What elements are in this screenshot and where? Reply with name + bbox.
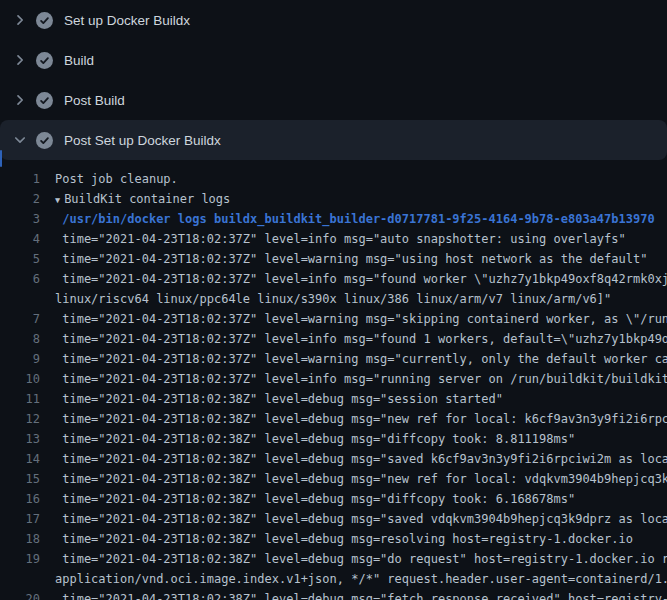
log-line-text: time="2021-04-23T18:02:37Z" level=info m… xyxy=(55,229,626,249)
log-line-text: Post job cleanup. xyxy=(55,169,178,189)
log-line-number[interactable]: 2 xyxy=(0,189,40,209)
log-line-number[interactable]: 6 xyxy=(0,269,40,289)
log-line: 12 time="2021-04-23T18:02:38Z" level=deb… xyxy=(0,409,667,429)
log-line-number[interactable]: 11 xyxy=(0,389,40,409)
log-line-number[interactable]: 3 xyxy=(0,209,40,229)
log-line: 1Post job cleanup. xyxy=(0,169,667,189)
log-line: 7 time="2021-04-23T18:02:37Z" level=warn… xyxy=(0,309,667,329)
log-line-text: time="2021-04-23T18:02:38Z" level=debug … xyxy=(55,469,667,489)
log-line: 11 time="2021-04-23T18:02:38Z" level=deb… xyxy=(0,389,667,409)
check-circle-icon xyxy=(36,12,53,29)
log-line: 4 time="2021-04-23T18:02:37Z" level=info… xyxy=(0,229,667,249)
log-line: 16 time="2021-04-23T18:02:38Z" level=deb… xyxy=(0,489,667,509)
log-line-text: time="2021-04-23T18:02:37Z" level=info m… xyxy=(55,269,667,289)
log-line: 14 time="2021-04-23T18:02:38Z" level=deb… xyxy=(0,449,667,469)
log-line-number[interactable]: 20 xyxy=(0,589,40,600)
log-line: 5 time="2021-04-23T18:02:37Z" level=warn… xyxy=(0,249,667,269)
log-line-text: time="2021-04-23T18:02:37Z" level=info m… xyxy=(55,369,667,389)
log-line-text: time="2021-04-23T18:02:38Z" level=debug … xyxy=(55,489,575,509)
log-pane: 1Post job cleanup.2▼BuildKit container l… xyxy=(0,169,667,600)
log-line: 3 /usr/bin/docker logs buildx_buildkit_b… xyxy=(0,209,667,229)
chevron-right-icon xyxy=(12,52,28,68)
log-line-text: time="2021-04-23T18:02:37Z" level=warnin… xyxy=(55,249,647,269)
log-line: 18 time="2021-04-23T18:02:38Z" level=deb… xyxy=(0,529,667,549)
check-circle-icon xyxy=(36,132,53,149)
section-header-build[interactable]: Build xyxy=(0,40,667,80)
log-line-number[interactable]: 7 xyxy=(0,309,40,329)
chevron-right-icon xyxy=(12,92,28,108)
log-line-text: time="2021-04-23T18:02:38Z" level=debug … xyxy=(55,409,667,429)
log-line-text: time="2021-04-23T18:02:38Z" level=debug … xyxy=(55,509,667,529)
log-line-number xyxy=(0,569,40,589)
log-line-number[interactable]: 1 xyxy=(0,169,40,189)
log-line-number[interactable]: 9 xyxy=(0,349,40,369)
log-line: 6 time="2021-04-23T18:02:37Z" level=info… xyxy=(0,269,667,289)
log-line-text: time="2021-04-23T18:02:37Z" level=info m… xyxy=(55,329,667,349)
log-line: 8 time="2021-04-23T18:02:37Z" level=info… xyxy=(0,329,667,349)
chevron-right-icon xyxy=(12,12,28,28)
log-line-text: linux/riscv64 linux/ppc64le linux/s390x … xyxy=(55,289,611,309)
log-line-number[interactable]: 10 xyxy=(0,369,40,389)
focus-indicator xyxy=(0,150,2,167)
log-line: 2▼BuildKit container logs xyxy=(0,189,667,209)
log-line-text: /usr/bin/docker logs buildx_buildkit_bui… xyxy=(55,209,655,229)
log-line-number xyxy=(0,289,40,309)
log-group-collapse-icon[interactable]: ▼ xyxy=(55,190,60,210)
log-line-number[interactable]: 8 xyxy=(0,329,40,349)
log-line-text: time="2021-04-23T18:02:38Z" level=debug … xyxy=(55,449,667,469)
section-header-set-up-docker-buildx[interactable]: Set up Docker Buildx xyxy=(0,0,667,40)
log-line: linux/riscv64 linux/ppc64le linux/s390x … xyxy=(0,289,667,309)
log-line: 10 time="2021-04-23T18:02:37Z" level=inf… xyxy=(0,369,667,389)
log-line: 9 time="2021-04-23T18:02:37Z" level=warn… xyxy=(0,349,667,369)
log-line: application/vnd.oci.image.index.v1+json,… xyxy=(0,569,667,589)
section-header-post-set-up-docker-buildx[interactable]: Post Set up Docker Buildx xyxy=(0,120,667,160)
actions-log-viewer: Set up Docker BuildxBuildPost BuildPost … xyxy=(0,0,667,600)
log-line-number[interactable]: 19 xyxy=(0,549,40,569)
log-line-number[interactable]: 14 xyxy=(0,449,40,469)
log-line-text: time="2021-04-23T18:02:38Z" level=debug … xyxy=(55,389,503,409)
section-title: Set up Docker Buildx xyxy=(64,13,190,28)
log-line-number[interactable]: 15 xyxy=(0,469,40,489)
section-header-post-build[interactable]: Post Build xyxy=(0,80,667,120)
log-line-number[interactable]: 18 xyxy=(0,529,40,549)
log-line-text: ▼BuildKit container logs xyxy=(55,189,230,209)
check-circle-icon xyxy=(36,92,53,109)
log-line-number[interactable]: 16 xyxy=(0,489,40,509)
log-line-number[interactable]: 12 xyxy=(0,409,40,429)
chevron-down-icon xyxy=(12,132,28,148)
log-line-text: time="2021-04-23T18:02:38Z" level=debug … xyxy=(55,589,667,600)
log-line: 17 time="2021-04-23T18:02:38Z" level=deb… xyxy=(0,509,667,529)
log-line-text: time="2021-04-23T18:02:38Z" level=debug … xyxy=(55,529,633,549)
log-line: 13 time="2021-04-23T18:02:38Z" level=deb… xyxy=(0,429,667,449)
log-line-text: time="2021-04-23T18:02:37Z" level=warnin… xyxy=(55,349,667,369)
check-circle-icon xyxy=(36,52,53,69)
log-line-text: application/vnd.oci.image.index.v1+json,… xyxy=(55,569,667,589)
log-line: 20 time="2021-04-23T18:02:38Z" level=deb… xyxy=(0,589,667,600)
log-line-text: time="2021-04-23T18:02:38Z" level=debug … xyxy=(55,429,575,449)
log-line: 19 time="2021-04-23T18:02:38Z" level=deb… xyxy=(0,549,667,569)
job-steps-list: Set up Docker BuildxBuildPost BuildPost … xyxy=(0,0,667,160)
log-line-number[interactable]: 17 xyxy=(0,509,40,529)
log-line-text: time="2021-04-23T18:02:38Z" level=debug … xyxy=(55,549,667,569)
log-line-number[interactable]: 5 xyxy=(0,249,40,269)
log-group-title: BuildKit container logs xyxy=(64,192,230,206)
log-line-number[interactable]: 13 xyxy=(0,429,40,449)
section-title: Post Set up Docker Buildx xyxy=(64,133,221,148)
log-line-text: time="2021-04-23T18:02:37Z" level=warnin… xyxy=(55,309,667,329)
section-title: Build xyxy=(64,53,94,68)
log-line: 15 time="2021-04-23T18:02:38Z" level=deb… xyxy=(0,469,667,489)
log-line-number[interactable]: 4 xyxy=(0,229,40,249)
section-title: Post Build xyxy=(64,93,125,108)
